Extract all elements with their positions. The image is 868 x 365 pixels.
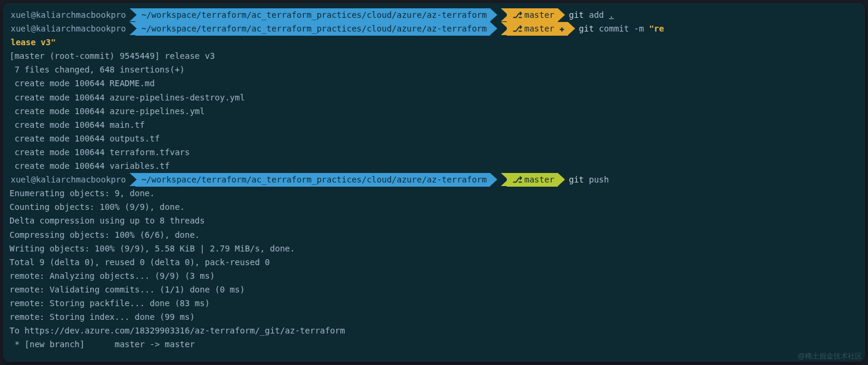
cmd-arg-dot: . [609,10,614,20]
prompt-path: ~/workspace/terraform/ac_terraform_pract… [135,173,491,187]
cmd-arg: commit -m [599,24,649,33]
output-line: remote: Storing packfile... done (83 ms) [10,297,858,310]
command-input[interactable]: git commit -m "re [579,24,664,33]
prompt-line-1: xuel@kaliarchmacbookpro~/workspace/terra… [10,8,858,22]
output-line: * [new branch] master -> master [10,338,858,351]
output-line: Counting objects: 100% (9/9), done. [10,200,858,214]
command-input[interactable]: git add . [569,10,614,20]
output-line: create mode 100644 terraform.tfvars [10,146,858,159]
output-line: remote: Analyzing objects... (9/9) (3 ms… [10,269,858,283]
output-line: To https://dev.azure.com/18329903316/az-… [10,324,858,338]
watermark: @稀土掘金技术社区 [798,351,862,363]
chevron-right-icon [558,8,565,21]
cmd-git: git [569,10,583,20]
chevron-right-icon [130,8,137,21]
output-line: Compressing objects: 100% (6/6), done. [10,228,858,242]
output-line: create mode 100644 azure-pipelines-destr… [10,91,858,105]
output-line: remote: Storing index... done (99 ms) [10,310,858,324]
prompt-branch: ⎇master [507,8,558,22]
chevron-right-icon [490,22,497,35]
output-line: remote: Validating commits... (1/1) done… [10,283,858,297]
cmd-git: git [579,24,594,33]
output-line: create mode 100644 variables.tf [10,159,858,173]
prompt-branch: ⎇master ✚ [507,22,567,36]
chevron-right-icon [130,22,137,35]
branch-icon: ⎇ [513,22,522,36]
prompt-path: ~/workspace/terraform/ac_terraform_pract… [135,22,491,36]
branch-icon: ⎇ [513,8,522,22]
cmd-string: "re [649,24,664,33]
cmd-git: git [569,175,583,184]
chevron-right-icon [490,8,497,21]
output-line: [master (root-commit) 9545449] release v… [10,49,858,63]
prompt-line-2-wrap: lease v3" [10,36,858,49]
output-line: 7 files changed, 648 insertions(+) [10,63,858,77]
branch-name: master [524,175,554,184]
output-line: Writing objects: 100% (9/9), 5.58 KiB | … [10,242,858,256]
terminal-window[interactable]: xuel@kaliarchmacbookpro~/workspace/terra… [4,4,864,361]
command-input[interactable]: git push [569,175,608,184]
prompt-userhost: xuel@kaliarchmacbookpro [10,8,130,22]
chevron-right-icon [558,173,565,186]
prompt-userhost: xuel@kaliarchmacbookpro [10,22,130,36]
prompt-userhost: xuel@kaliarchmacbookpro [10,173,130,187]
output-line: create mode 100644 azure-pipelines.yml [10,105,858,118]
prompt-line-2: xuel@kaliarchmacbookpro~/workspace/terra… [10,22,858,36]
chevron-right-icon [130,173,137,186]
output-line: create mode 100644 outputs.tf [10,132,858,146]
cmd-arg: push [589,175,609,184]
output-line: create mode 100644 README.md [10,77,858,90]
chevron-right-icon [568,22,575,35]
output-line: Total 9 (delta 0), reused 0 (delta 0), p… [10,256,858,269]
chevron-right-icon [490,173,497,186]
branch-name: master [524,10,554,20]
dirty-indicator-icon: ✚ [559,24,564,33]
cmd-string-wrap: lease v3" [10,37,56,47]
branch-icon: ⎇ [513,173,522,187]
prompt-branch: ⎇master [507,173,558,187]
output-line: create mode 100644 main.tf [10,118,858,132]
prompt-path: ~/workspace/terraform/ac_terraform_pract… [135,8,491,22]
branch-name: master [524,24,554,33]
output-line: Delta compression using up to 8 threads [10,214,858,228]
prompt-line-3: xuel@kaliarchmacbookpro~/workspace/terra… [10,173,858,187]
output-line: Enumerating objects: 9, done. [10,187,858,200]
cmd-arg: add [589,10,609,20]
